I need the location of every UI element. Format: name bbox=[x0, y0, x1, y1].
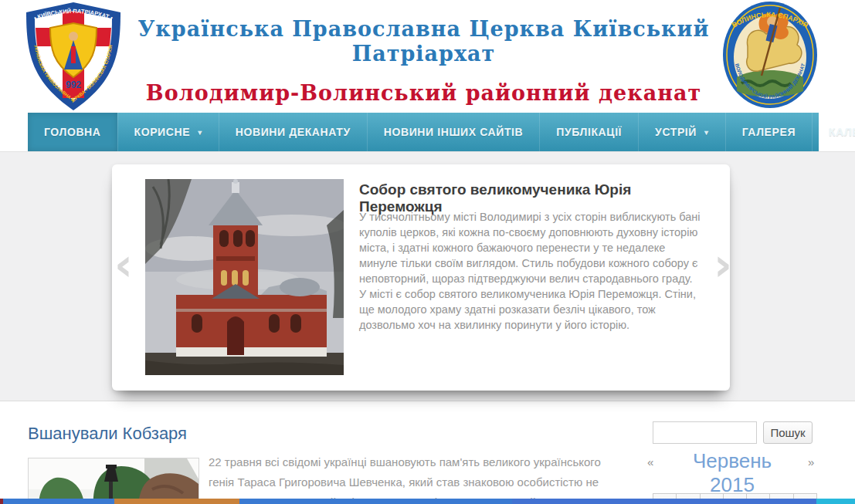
chevron-down-icon: ▾ bbox=[198, 128, 202, 137]
nav-item-other-sites-news[interactable]: НОВИНИ ІНШИХ САЙТІВ bbox=[367, 113, 539, 151]
main-navigation: ГОЛОВНА КОРИСНЕ ▾ НОВИНИ ДЕКАНАТУ НОВИНИ… bbox=[28, 113, 819, 151]
nav-item-structure[interactable]: УСТРІЙ ▾ bbox=[638, 113, 725, 151]
bottom-scroll-strip[interactable] bbox=[0, 499, 855, 504]
site-header: 992 • КИЇВСЬКИЙ ПАТРІАРХАТ • УКРАЇНСЬКА … bbox=[0, 0, 855, 113]
right-deanery-emblem-logo: • ВОЛИНСЬКА ЄПАРХІЯ • ВОЛОДИМИРСЬКИЙ РАЙ… bbox=[721, 0, 819, 113]
slider-prev-arrow-icon[interactable]: ‹ bbox=[114, 243, 145, 289]
nav-item-deanery-news[interactable]: НОВИНИ ДЕКАНАТУ bbox=[219, 113, 367, 151]
nav-item-label: НОВИНИ ІНШИХ САЙТІВ bbox=[384, 126, 523, 138]
nav-item-home[interactable]: ГОЛОВНА bbox=[28, 113, 117, 151]
search-input[interactable] bbox=[653, 421, 757, 444]
nav-item-label: ПУБЛІКАЦІЇ bbox=[556, 126, 622, 138]
nav-item-label: УСТРІЙ bbox=[655, 126, 697, 138]
nav-item-label: КАЛЕНДАР bbox=[829, 126, 855, 138]
strip-segment bbox=[239, 499, 512, 504]
nav-item-label: КОРИСНЕ bbox=[134, 126, 191, 138]
nav-item-label: ГАЛЕРЕЯ bbox=[742, 126, 796, 138]
calendar-prev-month-icon[interactable]: « bbox=[647, 455, 653, 468]
site-title-block: Українська Православна Церква Київський … bbox=[131, 11, 716, 106]
nav-item-publications[interactable]: ПУБЛІКАЦІЇ bbox=[539, 113, 638, 151]
calendar-month-title: Червень 2015 bbox=[670, 449, 794, 497]
strip-segment bbox=[816, 499, 855, 504]
search-button[interactable]: Пошук bbox=[763, 421, 813, 444]
slide-church-photo bbox=[145, 179, 344, 375]
emblem-year-label: 992 bbox=[66, 79, 81, 90]
nav-item-useful[interactable]: КОРИСНЕ ▾ bbox=[117, 113, 219, 151]
slider-card: Собор святого великомученика Юрія Перемо… bbox=[112, 164, 730, 391]
slide-text: У тисячолітньому місті Володимирі з усіх… bbox=[359, 209, 702, 333]
nav-item-label: НОВИНИ ДЕКАНАТУ bbox=[236, 126, 351, 138]
slider-next-arrow-icon[interactable]: › bbox=[701, 243, 732, 289]
site-title-line2: Володимир-Волинський районний деканат bbox=[131, 81, 716, 106]
nav-item-calendar[interactable]: КАЛЕНДАР bbox=[812, 113, 855, 151]
news-article-thumbnail[interactable] bbox=[28, 458, 199, 504]
strip-segment bbox=[512, 499, 816, 504]
strip-segment-thumb[interactable] bbox=[114, 499, 239, 504]
calendar-next-month-icon[interactable]: » bbox=[808, 455, 814, 468]
news-article-title-link[interactable]: Вшанували Кобзаря bbox=[28, 424, 187, 444]
page-root: 992 • КИЇВСЬКИЙ ПАТРІАРХАТ • УКРАЇНСЬКА … bbox=[0, 0, 855, 504]
nav-item-gallery[interactable]: ГАЛЕРЕЯ bbox=[725, 113, 812, 151]
strip-segment bbox=[3, 499, 114, 504]
chevron-down-icon: ▾ bbox=[704, 128, 709, 137]
site-title-line1: Українська Православна Церква Київський … bbox=[131, 17, 716, 67]
news-article-excerpt: 22 травня всі свідомі українці вшановуют… bbox=[209, 452, 629, 504]
slider-section: Собор святого великомученика Юрія Перемо… bbox=[0, 151, 855, 401]
nav-item-label: ГОЛОВНА bbox=[44, 126, 101, 138]
left-church-emblem-logo: 992 • КИЇВСЬКИЙ ПАТРІАРХАТ • УКРАЇНСЬКА … bbox=[22, 2, 124, 114]
